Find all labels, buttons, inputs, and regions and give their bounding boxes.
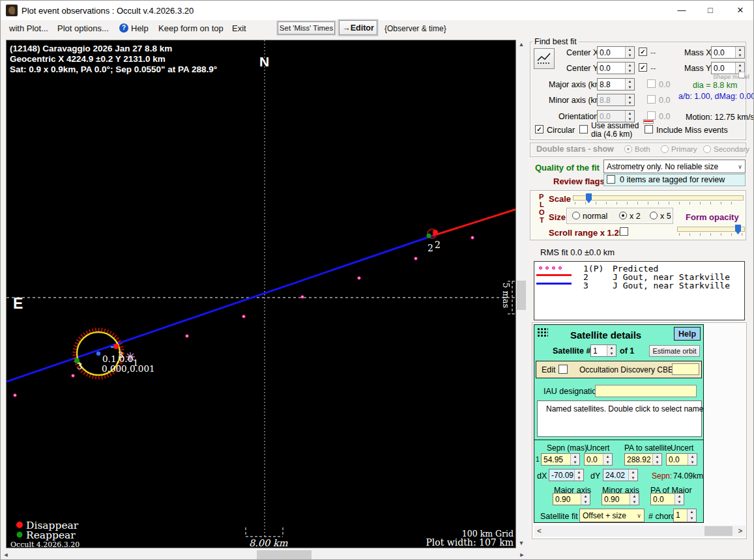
chord2-legend-bar — [536, 274, 572, 276]
plot-hscroll-thumb[interactable] — [257, 550, 312, 560]
scroll-up-arrow[interactable]: ▲ — [516, 40, 527, 49]
quality-combo[interactable]: Astrometry only. No reliable size∨ — [603, 160, 746, 173]
circular-checkbox[interactable] — [535, 125, 544, 133]
sepn-spinner[interactable]: 54.95▲▼ — [541, 453, 580, 466]
offset-text-2: 0.000,0.001 — [102, 363, 155, 374]
review-flags-checkbox[interactable] — [607, 175, 615, 184]
named-satellites-listbox[interactable]: Named satellites. Double click to select… — [537, 400, 702, 437]
center-y-fit-checkbox[interactable] — [639, 63, 647, 72]
plot-horizontal-scrollbar[interactable]: ◄ ► — [1, 550, 527, 560]
observer-row-num[interactable]: 3 — [583, 281, 588, 290]
edit-checkbox[interactable] — [558, 365, 568, 374]
editor-button[interactable]: →Editor — [339, 20, 377, 35]
scroll-down-arrow[interactable]: ▼ — [516, 539, 527, 548]
minor-axis-fit-checkbox[interactable] — [647, 95, 656, 104]
form-opacity-label: Form opacity — [686, 212, 739, 222]
scroll-range-label: Scroll range x 1.25 — [549, 228, 624, 238]
panel-hscroll-thumb[interactable] — [704, 526, 732, 536]
menu-keep-on-top[interactable]: Keep form on top — [158, 23, 224, 33]
iau-designation-input[interactable] — [595, 385, 697, 397]
center-x-label: Center X — [566, 48, 598, 57]
plot-letter-l: L — [540, 201, 544, 208]
size-x2-radio[interactable] — [619, 212, 627, 219]
size-normal-label: normal — [583, 212, 607, 221]
offset-text-1: 0.1,0.0 — [102, 354, 133, 364]
set-miss-times-button[interactable]: Set 'Miss' Times — [278, 21, 335, 35]
menu-with-plot[interactable]: with Plot... — [9, 23, 48, 33]
sat-major-spinner[interactable]: 0.90▲▼ — [553, 493, 590, 505]
satellite-fit-combo[interactable]: Offset + size∨ — [579, 509, 645, 522]
dy-label: dY — [590, 471, 600, 481]
scroll-range-checkbox[interactable] — [620, 227, 628, 236]
size-normal-radio[interactable] — [572, 212, 580, 219]
mass-x-spinner[interactable]: 0.0▲▼ — [711, 46, 745, 59]
major-axis-fit-checkbox[interactable] — [647, 79, 656, 88]
size-x5-radio[interactable] — [650, 212, 658, 219]
plot-width-note: Plot width: 107 km — [426, 537, 514, 548]
both-label: Both — [635, 145, 650, 153]
mass-y-label: Mass Y — [684, 64, 711, 73]
center-y-spinner[interactable]: 0.0▲▼ — [597, 62, 635, 74]
observers-listbox[interactable]: 1(P) Predicted 2 J Gout, near Starkville… — [534, 261, 745, 320]
secondary-radio[interactable] — [703, 145, 711, 153]
pa-spinner[interactable]: 288.92▲▼ — [624, 453, 662, 466]
form-opacity-slider[interactable] — [677, 224, 745, 236]
edit-cbet-row: Edit Occultation Discovery CBET — [536, 361, 702, 378]
uncert-header: Uncert — [587, 443, 609, 453]
scroll-left-arrow[interactable]: ◄ — [1, 550, 11, 560]
shape-model-checkbox[interactable] — [738, 72, 745, 78]
plot-vertical-scrollbar[interactable]: ▲ ▼ — [516, 40, 527, 548]
fit-chart-icon-button[interactable] — [534, 48, 555, 69]
panel-scroll-left-arrow[interactable]: < — [534, 525, 544, 537]
panel-scroll-right-arrow[interactable]: > — [735, 525, 746, 537]
menu-exit[interactable]: Exit — [232, 23, 246, 33]
cbet-input[interactable] — [672, 363, 699, 375]
scale-slider-track[interactable] — [573, 195, 744, 201]
pa-uncert-spinner[interactable]: 0.0▲▼ — [666, 453, 697, 466]
help-button[interactable]: Help — [674, 327, 701, 341]
plot-vscroll-thumb[interactable] — [517, 281, 526, 310]
use-assumed-dia-checkbox[interactable] — [579, 125, 588, 133]
chevron-down-icon[interactable]: ∨ — [735, 163, 745, 170]
center-x-spinner[interactable]: 0.0▲▼ — [597, 46, 635, 59]
chord2-label-a: 2 — [428, 243, 433, 253]
drag-grid-icon[interactable] — [537, 328, 548, 337]
center-x-fit-checkbox[interactable] — [639, 48, 647, 56]
sepn-header: Sepn (mas) — [547, 443, 587, 453]
satellite-number-spinner[interactable]: 1▲▼ — [590, 344, 616, 357]
help-icon[interactable]: ? — [119, 23, 128, 33]
plot-title-line1: (12148) Caravaggio 2026 Jan 27 8.8 km — [10, 44, 172, 53]
close-button[interactable]: ✕ — [727, 1, 754, 20]
size-x2-label: x 2 — [630, 212, 641, 221]
scroll-right-arrow[interactable]: ► — [517, 550, 527, 560]
minor-axis-spinner[interactable]: 8.8▲▼ — [597, 94, 635, 106]
dx-spinner[interactable]: -70.09▲▼ — [549, 469, 584, 481]
plot-title-line3: Sat: 0.9 x 0.9km, PA 0.0°; Sep 0.0550" a… — [10, 64, 217, 74]
plot-canvas[interactable]: (12148) Caravaggio 2026 Jan 27 8.8 km Ge… — [6, 40, 516, 548]
chords-spinner[interactable]: 1▲▼ — [673, 509, 697, 522]
named-satellites-note: Named satellites. Double click to select… — [546, 404, 703, 413]
scale-slider[interactable] — [573, 193, 744, 204]
both-radio[interactable] — [624, 145, 632, 153]
maximize-button[interactable]: □ — [697, 1, 724, 20]
satellite-panel-scrollbar[interactable]: < > — [534, 525, 746, 537]
plot-svg: (12148) Caravaggio 2026 Jan 27 8.8 km Ge… — [7, 40, 515, 548]
window-title: Plot event observations : Occult v.4.202… — [22, 6, 194, 16]
chevron-down-icon[interactable]: ∨ — [634, 512, 644, 519]
sat-pa-major-spinner[interactable]: 0.0▲▼ — [650, 493, 684, 505]
cbet-label: Occultation Discovery CBET — [579, 365, 678, 374]
include-miss-checkbox[interactable] — [645, 125, 653, 133]
major-axis-spinner[interactable]: 8.8▲▼ — [597, 78, 635, 91]
dy-spinner[interactable]: 24.02▲▼ — [603, 469, 638, 481]
sat-minor-spinner[interactable]: 0.90▲▼ — [602, 493, 639, 505]
estimate-orbit-button[interactable]: Estimate orbit — [649, 345, 700, 357]
satellite-row-index: 1 — [536, 456, 540, 463]
minimize-button[interactable]: — — [668, 1, 695, 20]
sepn-uncert-spinner[interactable]: 0.0▲▼ — [584, 453, 613, 466]
menu-plot-options[interactable]: Plot options... — [57, 23, 109, 33]
opacity-slider-track[interactable] — [677, 227, 745, 232]
menu-help[interactable]: Help — [131, 23, 149, 33]
primary-radio[interactable] — [661, 145, 669, 153]
size-label: Size — [549, 212, 566, 222]
observer-row-name[interactable]: J Gout, near Starkville — [613, 281, 730, 290]
